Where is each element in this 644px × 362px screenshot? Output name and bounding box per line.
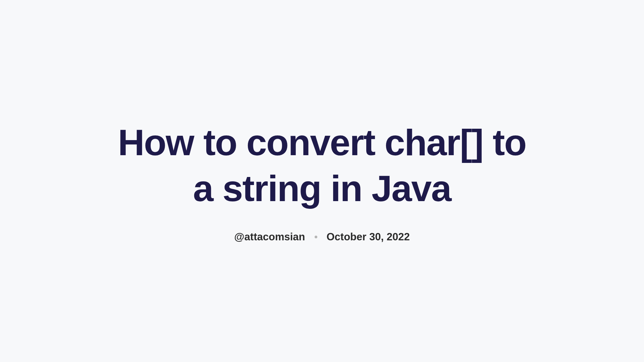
article-meta: @attacomsian October 30, 2022 [234, 231, 410, 243]
separator-dot [315, 236, 317, 238]
article-title: How to convert char[] to a string in Jav… [107, 119, 537, 212]
author-handle: @attacomsian [234, 231, 305, 243]
publish-date: October 30, 2022 [327, 231, 410, 243]
